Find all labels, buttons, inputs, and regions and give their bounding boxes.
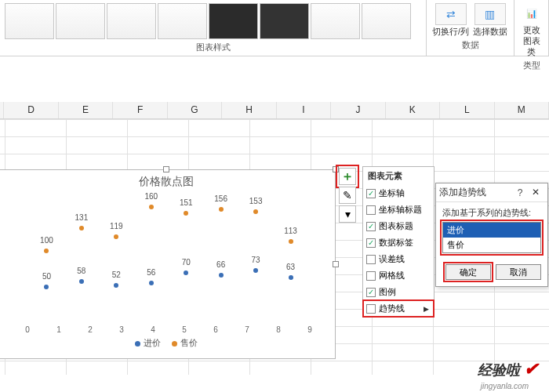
col-header[interactable]: G bbox=[168, 102, 222, 118]
ribbon-group-label: 图表样式 bbox=[5, 40, 421, 56]
col-header[interactable]: L bbox=[440, 102, 494, 118]
ribbon-group-data: ⇄ 切换行/列 ▥ 选择数据 数据 bbox=[427, 0, 514, 56]
chart-plot-area[interactable]: 5058525670667363100131119160151156153113 bbox=[12, 192, 325, 324]
panel-item-axes[interactable]: 坐标轴 bbox=[363, 185, 434, 201]
data-point[interactable] bbox=[79, 226, 84, 230]
checkbox-icon[interactable] bbox=[366, 271, 376, 281]
data-label: 119 bbox=[110, 222, 123, 230]
cancel-button[interactable]: 取消 bbox=[496, 264, 541, 280]
data-point[interactable] bbox=[219, 273, 224, 278]
data-point[interactable] bbox=[114, 283, 118, 288]
x-axis: 0 1 2 3 4 5 6 7 8 9 bbox=[12, 325, 325, 334]
chart-style-thumb[interactable] bbox=[311, 3, 360, 39]
list-option[interactable]: 进价 bbox=[443, 223, 540, 238]
chart-filter-button[interactable]: ▾ bbox=[339, 205, 356, 223]
col-header[interactable]: K bbox=[386, 102, 440, 118]
legend-label: 售价 bbox=[180, 338, 198, 347]
data-point[interactable] bbox=[79, 279, 84, 284]
x-tick: 9 bbox=[307, 325, 312, 334]
data-label: 156 bbox=[214, 194, 227, 203]
chart-title[interactable]: 价格散点图 bbox=[0, 170, 335, 192]
watermark: 经验啦 ✔ bbox=[478, 359, 538, 379]
panel-item-legend[interactable]: 图例 bbox=[363, 284, 434, 300]
col-header[interactable]: J bbox=[331, 102, 385, 118]
data-point[interactable] bbox=[44, 249, 49, 253]
checkbox-icon[interactable] bbox=[366, 205, 376, 215]
col-header[interactable]: D bbox=[4, 102, 58, 118]
close-button[interactable]: ✕ bbox=[527, 187, 544, 199]
chart-style-thumb[interactable] bbox=[362, 3, 411, 39]
chart-style-thumb[interactable] bbox=[158, 3, 207, 39]
embedded-chart[interactable]: 价格散点图 5058525670667363100131119160151156… bbox=[0, 169, 336, 359]
resize-handle[interactable] bbox=[163, 166, 169, 172]
switch-row-col-button[interactable]: ⇄ 切换行/列 bbox=[432, 3, 470, 38]
select-data-button[interactable]: ▥ 选择数据 bbox=[471, 3, 509, 38]
chart-elements-button[interactable]: ＋ bbox=[339, 168, 356, 185]
panel-item-data-labels[interactable]: 数据标签 bbox=[363, 234, 434, 251]
chart-styles-button[interactable]: ✎ bbox=[339, 187, 356, 204]
data-label: 113 bbox=[284, 227, 297, 235]
panel-item-label: 误差线 bbox=[379, 253, 405, 265]
panel-item-axis-titles[interactable]: 坐标轴标题 bbox=[363, 201, 434, 218]
chart-style-thumb[interactable] bbox=[56, 3, 105, 39]
col-header[interactable]: F bbox=[113, 102, 167, 118]
help-button[interactable]: ? bbox=[513, 187, 527, 198]
checkbox-icon[interactable] bbox=[366, 238, 376, 248]
add-trendline-dialog[interactable]: 添加趋势线 ? ✕ 添加基于系列的趋势线: 进价 售价 确定 取消 bbox=[435, 183, 548, 287]
ribbon: 图表样式 ⇄ 切换行/列 ▥ 选择数据 数据 📊 更改图表类 类型 bbox=[0, 0, 549, 56]
data-point[interactable] bbox=[184, 270, 188, 275]
col-header[interactable]: H bbox=[222, 102, 276, 118]
data-point[interactable] bbox=[289, 239, 293, 244]
data-point[interactable] bbox=[149, 205, 154, 209]
data-label: 151 bbox=[180, 198, 193, 207]
col-header[interactable]: M bbox=[495, 102, 549, 118]
x-tick: 8 bbox=[276, 325, 281, 334]
chart-style-thumb[interactable] bbox=[5, 3, 54, 39]
chart-style-thumb[interactable] bbox=[209, 3, 258, 39]
panel-item-chart-title[interactable]: 图表标题 bbox=[363, 218, 434, 234]
panel-title: 图表元素 bbox=[363, 167, 434, 185]
data-point[interactable] bbox=[149, 281, 154, 285]
chart-fly-buttons: ＋ ✎ ▾ bbox=[339, 168, 356, 223]
chart-legend[interactable]: 进价 售价 bbox=[0, 337, 335, 349]
list-option[interactable]: 售价 bbox=[443, 238, 540, 252]
data-label: 70 bbox=[182, 258, 191, 267]
col-header[interactable]: E bbox=[59, 102, 113, 118]
panel-item-gridlines[interactable]: 网格线 bbox=[363, 267, 434, 284]
checkbox-icon[interactable] bbox=[366, 189, 376, 198]
data-point[interactable] bbox=[184, 211, 188, 216]
checkbox-icon[interactable] bbox=[366, 222, 376, 231]
checkbox-icon[interactable] bbox=[366, 288, 376, 297]
chart-style-thumb[interactable] bbox=[260, 3, 309, 39]
data-label: 100 bbox=[40, 236, 53, 245]
data-point[interactable] bbox=[289, 275, 293, 280]
change-chart-type-button[interactable]: 📊 更改图表类 bbox=[519, 2, 544, 58]
panel-item-trendline[interactable]: 趋势线▶ bbox=[363, 300, 434, 317]
data-point[interactable] bbox=[219, 207, 224, 212]
data-point[interactable] bbox=[253, 268, 258, 273]
data-label: 50 bbox=[42, 272, 51, 281]
chart-style-thumb[interactable] bbox=[107, 3, 156, 39]
x-tick: 5 bbox=[182, 325, 187, 334]
dialog-footer: 确定 取消 bbox=[436, 260, 547, 286]
ok-button[interactable]: 确定 bbox=[445, 264, 491, 280]
data-point[interactable] bbox=[44, 285, 49, 289]
col-header[interactable]: I bbox=[277, 102, 331, 118]
data-point[interactable] bbox=[114, 234, 118, 239]
panel-item-label: 数据标签 bbox=[379, 237, 413, 249]
chart-elements-panel[interactable]: 图表元素 坐标轴 坐标轴标题 图表标题 数据标签 误差线 网格线 图例 趋势线▶ bbox=[362, 166, 434, 318]
ribbon-group-label: 类型 bbox=[519, 58, 544, 74]
dialog-title: 添加趋势线 bbox=[439, 186, 513, 199]
series-listbox[interactable]: 进价 售价 bbox=[442, 222, 541, 253]
panel-item-error-bars[interactable]: 误差线 bbox=[363, 251, 434, 267]
resize-handle[interactable] bbox=[333, 261, 339, 267]
checkbox-icon[interactable] bbox=[366, 304, 376, 314]
x-tick: 0 bbox=[25, 325, 30, 334]
column-headers: D E F G H I J K L M bbox=[0, 102, 549, 119]
checkbox-icon[interactable] bbox=[366, 255, 376, 264]
spreadsheet-grid[interactable]: 价格散点图 5058525670667363100131119160151156… bbox=[0, 119, 549, 375]
data-point[interactable] bbox=[253, 209, 258, 214]
chart-style-gallery[interactable] bbox=[5, 2, 421, 40]
dialog-titlebar[interactable]: 添加趋势线 ? ✕ bbox=[436, 183, 547, 202]
ribbon-group-label: 数据 bbox=[431, 38, 509, 53]
